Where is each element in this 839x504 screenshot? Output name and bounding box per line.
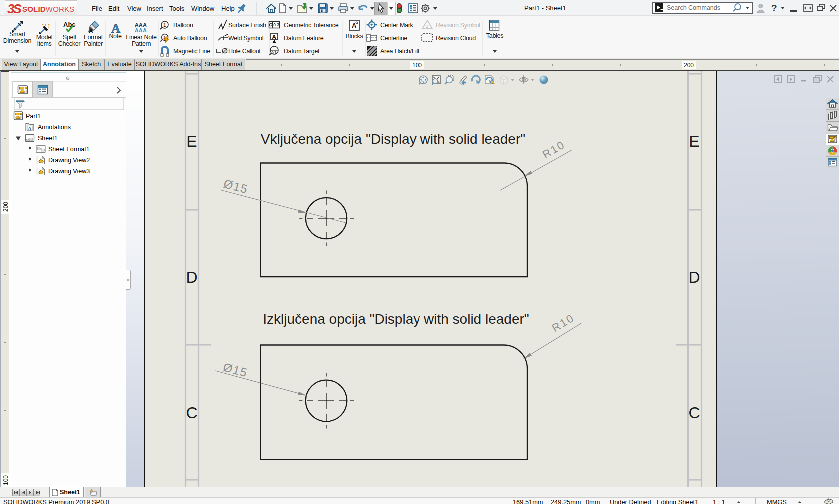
- svg-text:C: C: [688, 404, 700, 422]
- svg-text:1: 1: [426, 23, 428, 29]
- svg-text:E: E: [689, 132, 699, 150]
- svg-text:Abc: Abc: [63, 21, 76, 28]
- svg-text:Sheet Format1: Sheet Format1: [48, 146, 90, 153]
- svg-text:A: A: [28, 126, 32, 131]
- svg-text:Part1: Part1: [26, 113, 41, 120]
- svg-text:Vključena opcija "Display with: Vključena opcija "Display with solid lea…: [261, 131, 525, 147]
- svg-text:A: A: [272, 34, 276, 40]
- svg-text:Drawing View3: Drawing View3: [48, 168, 90, 175]
- svg-text:200: 200: [2, 202, 9, 212]
- svg-text:Izključena opcija "Display wit: Izključena opcija "Display with solid le…: [263, 311, 529, 327]
- svg-text:C: C: [186, 404, 197, 422]
- svg-text:A1: A1: [271, 50, 277, 55]
- svg-text:1: 1: [163, 22, 166, 28]
- svg-text:?: ?: [771, 3, 777, 13]
- svg-text:D: D: [688, 268, 700, 286]
- svg-text:Sheet1: Sheet1: [38, 135, 58, 142]
- svg-text:Drawing View2: Drawing View2: [48, 157, 90, 164]
- svg-text:Search Commands: Search Commands: [667, 4, 720, 11]
- svg-text:200: 200: [684, 62, 694, 69]
- svg-text:100: 100: [412, 62, 422, 69]
- svg-text:AAA: AAA: [135, 27, 147, 33]
- svg-text:E: E: [186, 132, 197, 150]
- svg-text:0.3: 0.3: [273, 22, 279, 27]
- svg-text:100: 100: [2, 475, 9, 485]
- svg-text:SOLIDWORKS: SOLIDWORKS: [22, 5, 75, 13]
- svg-text:Ø15: Ø15: [222, 360, 249, 380]
- svg-text:Ø15: Ø15: [222, 177, 250, 196]
- svg-text:R10: R10: [550, 311, 577, 334]
- svg-text:Annotations: Annotations: [38, 124, 71, 131]
- svg-text:D: D: [186, 268, 197, 286]
- svg-text:3S: 3S: [7, 1, 22, 16]
- svg-text:R10: R10: [540, 138, 567, 161]
